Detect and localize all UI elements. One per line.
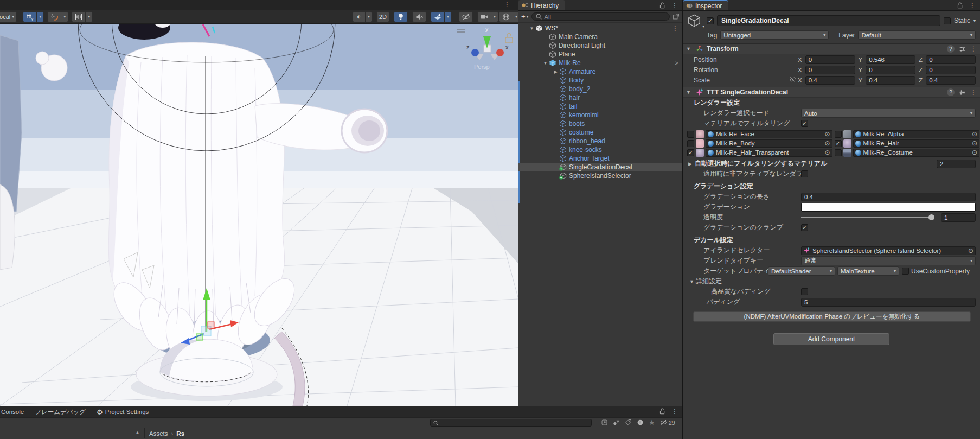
hierarchy-item-prefab-root[interactable]: ▼Milk-Re> (518, 59, 682, 67)
scene-options-icon[interactable]: ⋮ (672, 25, 678, 31)
component-menu-icon[interactable]: ⋮ (970, 89, 977, 96)
material-field[interactable]: Milk-Re_Alpha⊙ (853, 130, 980, 138)
object-picker-icon[interactable]: ⊙ (824, 149, 830, 156)
static-dropdown[interactable]: ▾ (973, 18, 976, 23)
object-picker-icon[interactable]: ⊙ (824, 139, 830, 147)
project-folder-column[interactable]: ▲ (0, 428, 145, 438)
target-shader-dropdown[interactable]: DefaultShader▾ (768, 266, 835, 276)
hierarchy-item[interactable]: hair (518, 93, 682, 102)
add-component-button[interactable]: Add Component (773, 333, 889, 345)
hierarchy-item-selected[interactable]: SingleGradationDecal (518, 163, 682, 171)
object-picker-icon[interactable]: ⊙ (824, 130, 830, 138)
decal-component-header[interactable]: ▼ TTT SingleGradationDecal ? ⋮ (683, 87, 980, 98)
foldout-icon[interactable]: ▼ (686, 46, 693, 52)
importer-warning-icon[interactable] (637, 419, 644, 426)
material-checkbox[interactable] (687, 131, 694, 138)
scene-visibility-button[interactable] (459, 11, 473, 22)
scene-lighting-button[interactable] (394, 11, 408, 22)
object-picker-icon[interactable]: ⊙ (972, 130, 977, 138)
hierarchy-item[interactable]: Anchor Target (518, 154, 682, 163)
padding-field[interactable]: 5 (801, 298, 976, 307)
object-picker-icon[interactable]: ⊙ (972, 139, 977, 147)
position-z-field[interactable]: 0 (926, 55, 976, 64)
camera-settings-button[interactable] (477, 11, 491, 22)
rotation-y-field[interactable]: 0 (866, 66, 915, 74)
hierarchy-item[interactable]: boots (518, 119, 682, 128)
object-picker-icon[interactable]: ⊙ (972, 149, 977, 156)
lock-icon[interactable] (659, 408, 666, 415)
hierarchy-item[interactable]: tail (518, 102, 682, 111)
hierarchy-item[interactable]: kemomimi (518, 111, 682, 119)
material-field[interactable]: Milk-Re_Face⊙ (706, 130, 832, 138)
hierarchy-item[interactable]: Directional Light (518, 41, 682, 50)
tab-console[interactable]: Console (0, 409, 25, 415)
hierarchy-item[interactable]: Plane (518, 50, 682, 59)
gameobject-name-field[interactable]: SingleGradationDecal (717, 15, 940, 26)
shading-mode-dropdown[interactable]: ▾ (366, 11, 373, 22)
gradation-length-field[interactable]: 0.4 (801, 193, 976, 201)
hierarchy-item[interactable]: costume (518, 128, 682, 137)
hierarchy-item[interactable]: ▶Armature (518, 67, 682, 76)
effects-button[interactable] (431, 11, 445, 22)
scale-y-field[interactable]: 0.4 (866, 76, 915, 85)
favorites-star-icon[interactable]: ★ (649, 418, 655, 427)
scene-picker-icon[interactable] (672, 13, 680, 20)
project-search-input[interactable] (430, 419, 592, 427)
search-by-type-icon[interactable] (613, 419, 620, 426)
material-field[interactable]: Milk-Re_Body⊙ (706, 139, 832, 148)
position-y-field[interactable]: 0.546 (866, 55, 915, 64)
use-custom-property-checkbox[interactable] (902, 268, 909, 275)
increment-snap-button[interactable] (72, 11, 86, 22)
hierarchy-item-scene[interactable]: ▼WS*⋮ (518, 24, 682, 33)
increment-snap-dropdown[interactable]: ▾ (86, 11, 93, 22)
renderer-mode-dropdown[interactable]: Auto▾ (801, 109, 976, 118)
bottom-menu-icon[interactable]: ⋮ (671, 408, 678, 415)
hierarchy-item[interactable]: body_2 (518, 85, 682, 93)
breadcrumb-assets[interactable]: Assets (149, 430, 168, 437)
opacity-field[interactable]: 1 (941, 213, 976, 222)
include-inactive-checkbox[interactable] (801, 170, 808, 177)
hierarchy-item[interactable]: Main Camera (518, 33, 682, 41)
blend-type-dropdown[interactable]: 通常▾ (801, 256, 976, 265)
gizmos-dropdown[interactable]: ▾ (513, 11, 518, 22)
hierarchy-item[interactable]: ribbon_head (518, 137, 682, 145)
component-menu-icon[interactable]: ⋮ (970, 46, 977, 52)
effects-dropdown[interactable]: ▾ (445, 11, 452, 22)
open-search-window-icon[interactable] (601, 419, 608, 426)
opacity-slider[interactable] (801, 217, 933, 218)
hidden-count-badge[interactable]: 29 (660, 419, 675, 426)
target-texture-dropdown[interactable]: MainTexture▾ (837, 266, 899, 276)
scale-x-field[interactable]: 0.4 (805, 76, 855, 85)
material-checkbox[interactable] (687, 149, 694, 156)
slider-knob[interactable] (928, 214, 934, 220)
create-object-button[interactable]: +▾ (521, 12, 529, 21)
material-field[interactable]: Milk-Re_Hair⊙ (853, 139, 980, 148)
scale-z-field[interactable]: 0.4 (926, 76, 976, 85)
grid-visibility-dropdown[interactable]: ▾ (37, 11, 44, 22)
layer-dropdown[interactable]: Default▾ (858, 30, 976, 40)
advanced-foldout[interactable]: ▼ 詳細設定 (683, 276, 980, 287)
gameobject-icon[interactable]: ▾ (687, 14, 703, 28)
scene-canvas[interactable]: y z x Persp (0, 24, 518, 406)
position-x-field[interactable]: 0 (805, 55, 855, 64)
static-checkbox[interactable] (944, 17, 951, 24)
inspector-menu-icon[interactable]: ⋮ (969, 2, 976, 9)
breadcrumb-current[interactable]: Rs (176, 430, 184, 437)
foldout-icon[interactable]: ▼ (686, 90, 693, 95)
object-picker-icon[interactable]: ⊙ (968, 247, 973, 255)
hierarchy-item[interactable]: SphereIslandSelector (518, 171, 682, 180)
grid-visibility-button[interactable]: Y (23, 11, 37, 22)
island-selector-field[interactable]: SphereIslandSelector (Sphere Island Sele… (801, 246, 976, 255)
hq-padding-checkbox[interactable] (801, 288, 808, 295)
ndmf-preview-toggle-button[interactable]: (NDMF) AfterUVModification-Phase のプレビューを… (693, 311, 971, 322)
tab-project-settings[interactable]: ⚙Project Settings (95, 408, 150, 416)
help-icon[interactable]: ? (947, 88, 955, 96)
material-field[interactable]: Milk-Re_Hair_Transparent⊙ (706, 149, 832, 157)
tab-hierarchy[interactable]: Hierarchy (518, 0, 565, 10)
hierarchy-item[interactable]: knee-socks (518, 145, 682, 154)
search-by-label-icon[interactable] (625, 419, 632, 426)
hierarchy-menu-icon[interactable]: ⋮ (671, 2, 678, 9)
lock-icon[interactable] (659, 2, 666, 9)
camera-settings-dropdown[interactable]: ▾ (491, 11, 498, 22)
clamp-checkbox[interactable] (801, 224, 808, 231)
